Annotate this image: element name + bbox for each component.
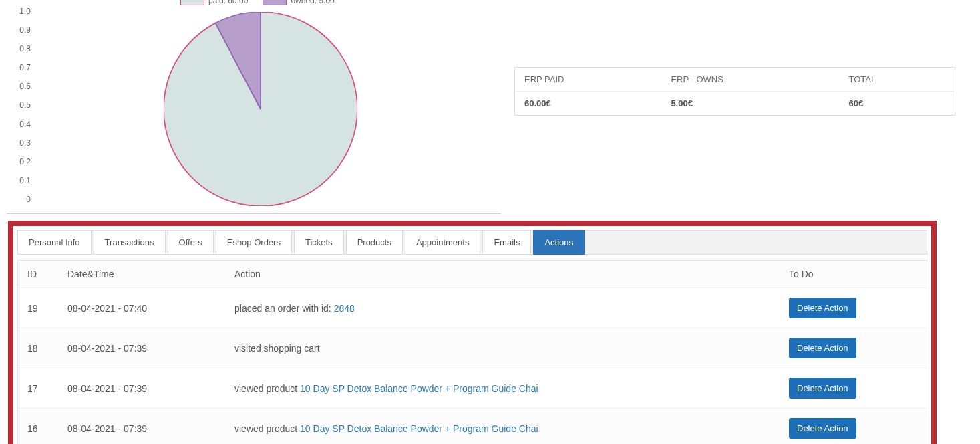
pie-chart: paid: 60.00 owned: 5.00 1.0 0.9 0.8 0.7 … — [7, 0, 501, 214]
table-row: 1908-04-2021 - 07:40placed an order with… — [18, 288, 927, 328]
chart-y-axis: 1.0 0.9 0.8 0.7 0.6 0.5 0.4 0.3 0.2 0.1 … — [7, 7, 35, 204]
tab-appointments[interactable]: Appointments — [405, 230, 481, 255]
delete-action-button[interactable]: Delete Action — [789, 338, 856, 358]
erp-value-owns: 5.00€ — [661, 92, 839, 116]
cell-action: visited shopping cart — [225, 328, 780, 368]
delete-action-button[interactable]: Delete Action — [789, 298, 856, 318]
table-row: 1608-04-2021 - 07:39viewed product 10 Da… — [18, 409, 927, 445]
cell-todo: Delete Action — [780, 328, 927, 368]
actions-tbody: 1908-04-2021 - 07:40placed an order with… — [18, 288, 927, 445]
actions-table: ID Date&Time Action To Do 1908-04-2021 -… — [18, 261, 927, 444]
delete-action-button[interactable]: Delete Action — [789, 418, 856, 439]
pie-svg — [164, 12, 357, 206]
tab-offers[interactable]: Offers — [168, 230, 214, 255]
cell-todo: Delete Action — [780, 409, 927, 445]
actions-header-dt: Date&Time — [58, 261, 225, 288]
delete-action-button[interactable]: Delete Action — [789, 378, 856, 399]
cell-action: placed an order with id: 2848 — [225, 288, 780, 328]
cell-datetime: 08-04-2021 - 07:40 — [58, 288, 225, 328]
tabs-bar: Personal Info Transactions Offers Eshop … — [17, 230, 927, 255]
erp-value-total: 60€ — [840, 92, 955, 116]
tab-personal-info[interactable]: Personal Info — [17, 230, 92, 255]
actions-header-id: ID — [18, 261, 58, 288]
cell-id: 17 — [18, 368, 58, 409]
tab-transactions[interactable]: Transactions — [94, 230, 166, 255]
cell-datetime: 08-04-2021 - 07:39 — [58, 328, 225, 368]
erp-value-paid: 60.00€ — [515, 92, 662, 116]
cell-id: 19 — [18, 288, 58, 328]
erp-header-total: TOTAL — [840, 68, 955, 92]
cell-todo: Delete Action — [780, 368, 927, 409]
tab-eshop-orders[interactable]: Eshop Orders — [216, 230, 292, 255]
cell-todo: Delete Action — [780, 288, 927, 328]
cell-datetime: 08-04-2021 - 07:39 — [58, 368, 225, 409]
erp-summary-table: ERP PAID ERP - OWNS TOTAL 60.00€ 5.00€ 6… — [514, 67, 955, 116]
tab-emails[interactable]: Emails — [482, 230, 531, 255]
table-row: 1808-04-2021 - 07:39visited shopping car… — [18, 328, 927, 368]
legend-swatch-paid — [180, 0, 204, 5]
action-link[interactable]: 10 Day SP Detox Balance Powder + Program… — [300, 383, 538, 394]
legend-paid: paid: 60.00 — [180, 0, 248, 5]
actions-panel-highlight: Personal Info Transactions Offers Eshop … — [8, 221, 937, 444]
legend-label-paid: paid: 60.00 — [208, 0, 248, 5]
tab-actions[interactable]: Actions — [533, 230, 585, 255]
cell-action: viewed product 10 Day SP Detox Balance P… — [225, 368, 780, 409]
actions-header-action: Action — [225, 261, 780, 288]
legend-swatch-owned — [263, 0, 287, 5]
legend-owned: owned: 5.00 — [263, 0, 334, 5]
tab-tickets[interactable]: Tickets — [294, 230, 344, 255]
erp-header-owns: ERP - OWNS — [661, 68, 839, 92]
table-row: 1708-04-2021 - 07:39viewed product 10 Da… — [18, 368, 927, 409]
cell-datetime: 08-04-2021 - 07:39 — [58, 409, 225, 445]
action-link[interactable]: 2848 — [334, 303, 355, 314]
cell-action: viewed product 10 Day SP Detox Balance P… — [225, 409, 780, 445]
action-link[interactable]: 10 Day SP Detox Balance Powder + Program… — [300, 423, 538, 434]
pie-wrap — [164, 12, 357, 206]
legend-label-owned: owned: 5.00 — [291, 0, 334, 5]
tab-products[interactable]: Products — [346, 230, 403, 255]
erp-header-paid: ERP PAID — [515, 68, 662, 92]
chart-legend: paid: 60.00 owned: 5.00 — [180, 0, 335, 5]
cell-id: 18 — [18, 328, 58, 368]
cell-id: 16 — [18, 409, 58, 445]
actions-header-todo: To Do — [780, 261, 927, 288]
